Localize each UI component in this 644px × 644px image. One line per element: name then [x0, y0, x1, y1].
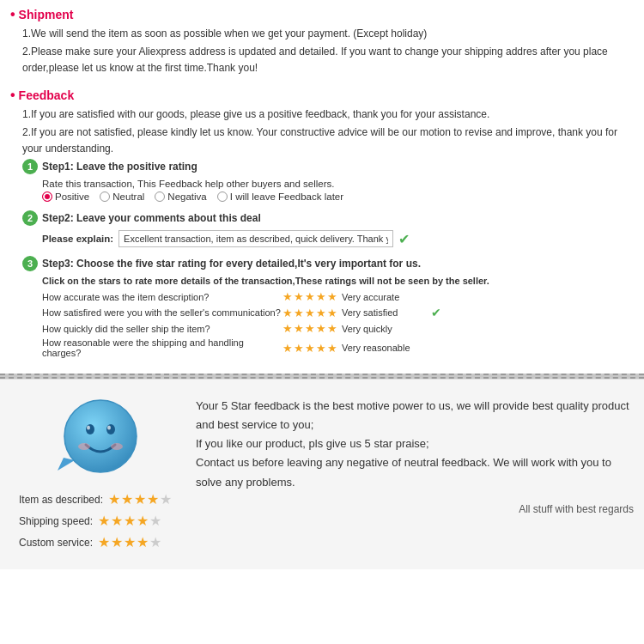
star-c2[interactable]: ★	[111, 534, 123, 550]
explain-label: Please explain:	[42, 234, 113, 244]
star-s4[interactable]: ★	[137, 513, 149, 529]
shipment-line-1: 1.We will send the item as soon as possi…	[22, 26, 634, 42]
radio-positive[interactable]: Positive	[42, 191, 89, 202]
star-1-2[interactable]: ★	[294, 307, 304, 319]
star-0-2[interactable]: ★	[294, 290, 304, 303]
radio-later-label: I will leave Feedback later	[230, 191, 343, 202]
star-c3[interactable]: ★	[124, 534, 136, 550]
star-3-1[interactable]: ★	[283, 342, 293, 355]
radio-later-circle[interactable]	[217, 191, 228, 202]
star-2-1[interactable]: ★	[283, 322, 293, 335]
rating-stars-3[interactable]: ★ ★ ★ ★ ★	[283, 342, 337, 355]
star-1-1[interactable]: ★	[283, 307, 293, 319]
step3-click-text: Click on the stars to rate more details …	[42, 276, 634, 286]
star-c4[interactable]: ★	[137, 534, 149, 550]
page-wrapper: • Shipment 1.We will send the item as so…	[0, 0, 644, 569]
radio-positive-circle[interactable]	[42, 191, 52, 202]
star-d4[interactable]: ★	[147, 491, 159, 507]
feedback-title: Feedback	[19, 88, 75, 102]
rating-question-1: How satisfired were you with the seller'…	[42, 307, 283, 318]
star-s3[interactable]: ★	[124, 513, 136, 529]
radio-neutral-label: Neutral	[112, 191, 144, 202]
rating-item-described: Item as described: ★ ★ ★ ★ ★	[19, 491, 182, 507]
step3-click-label: Click on the stars to rate more details …	[42, 276, 295, 286]
step3-click-sub: These ratings will not be seen by the se…	[295, 276, 489, 286]
check-icon: ✔	[398, 231, 410, 247]
star-3-2[interactable]: ★	[294, 342, 304, 355]
star-3-3[interactable]: ★	[305, 342, 315, 355]
shipment-content: 1.We will send the item as soon as possi…	[10, 26, 634, 77]
step3-header: 3 Step3: Choose the five star rating for…	[22, 256, 634, 271]
step1-body: Rate this transaction, This Feedback hel…	[22, 179, 634, 202]
star-s2[interactable]: ★	[111, 513, 123, 529]
rating-label-3: Very reasonable	[342, 343, 428, 353]
feedback-steps: 1 Step1: Leave the positive rating Rate …	[10, 159, 634, 358]
rating-question-2: How quickly did the seller ship the item…	[42, 324, 283, 334]
star-1-3[interactable]: ★	[305, 307, 315, 319]
rating-stars-1[interactable]: ★ ★ ★ ★ ★	[283, 307, 337, 319]
radio-negativa-label: Negativa	[167, 191, 206, 202]
rating-row-3: How reasonable were the shipping and han…	[42, 337, 634, 358]
shipment-title: Shipment	[19, 8, 74, 21]
step3-block: 3 Step3: Choose the five star rating for…	[22, 256, 634, 358]
shipment-header: • Shipment	[10, 7, 634, 22]
radio-neutral[interactable]: Neutral	[100, 191, 144, 202]
step2-body: Please explain: ✔	[22, 230, 634, 247]
star-2-2[interactable]: ★	[294, 322, 304, 335]
smiley-column: Item as described: ★ ★ ★ ★ ★ Shipping sp…	[10, 393, 182, 556]
svg-point-8	[111, 443, 123, 450]
svg-marker-0	[58, 458, 75, 471]
star-d2[interactable]: ★	[121, 491, 133, 507]
star-s1[interactable]: ★	[98, 513, 110, 529]
star-0-4[interactable]: ★	[316, 290, 326, 303]
star-3-5[interactable]: ★	[327, 342, 337, 355]
star-d3[interactable]: ★	[134, 491, 146, 507]
step1-header: 1 Step1: Leave the positive rating	[22, 159, 634, 174]
step1-circle: 1	[22, 159, 38, 174]
star-0-3[interactable]: ★	[305, 290, 315, 303]
star-d5[interactable]: ★	[160, 491, 172, 507]
star-3-4[interactable]: ★	[316, 342, 326, 355]
rating-row-0: How accurate was the item description? ★…	[42, 290, 634, 303]
rating-described-stars[interactable]: ★ ★ ★ ★ ★	[108, 491, 172, 507]
rating-items: Item as described: ★ ★ ★ ★ ★ Shipping sp…	[10, 491, 182, 556]
star-s5[interactable]: ★	[149, 513, 161, 529]
star-0-5[interactable]: ★	[327, 290, 337, 303]
star-2-5[interactable]: ★	[327, 322, 337, 335]
rating-shipping-label: Shipping speed:	[19, 515, 93, 527]
rating-label-0: Very accurate	[342, 292, 428, 302]
rating-item-shipping: Shipping speed: ★ ★ ★ ★ ★	[19, 513, 182, 529]
rating-stars-0[interactable]: ★ ★ ★ ★ ★	[283, 290, 337, 303]
step2-circle: 2	[22, 210, 38, 226]
step1-block: 1 Step1: Leave the positive rating Rate …	[22, 159, 634, 202]
explain-input[interactable]	[118, 230, 393, 247]
svg-point-3	[86, 424, 94, 434]
star-c5[interactable]: ★	[149, 534, 161, 550]
radio-negativa[interactable]: Negativa	[155, 191, 206, 202]
star-1-5[interactable]: ★	[327, 307, 337, 319]
star-2-3[interactable]: ★	[305, 322, 315, 335]
rating-shipping-stars[interactable]: ★ ★ ★ ★ ★	[98, 513, 161, 529]
star-c1[interactable]: ★	[98, 534, 110, 550]
radio-positive-label: Positive	[55, 191, 89, 202]
rating-stars-2[interactable]: ★ ★ ★ ★ ★	[283, 322, 337, 335]
feedback-line-2: 2.If you are not satisfied, please kindl…	[22, 125, 634, 157]
step3-title: Step3: Choose the five star rating for e…	[42, 258, 421, 270]
feedback-section: • Feedback 1.If you are satisfied with o…	[0, 84, 644, 374]
svg-point-2	[64, 400, 137, 472]
shipment-bullet: •	[10, 7, 15, 22]
star-2-4[interactable]: ★	[316, 322, 326, 335]
star-0-1[interactable]: ★	[283, 290, 293, 303]
rating-custom-stars[interactable]: ★ ★ ★ ★ ★	[98, 534, 161, 550]
radio-negativa-circle[interactable]	[155, 191, 165, 202]
bottom-text-0: Your 5 Star feedback is the best motive …	[196, 397, 634, 434]
shipment-section: • Shipment 1.We will send the item as so…	[0, 0, 644, 84]
star-d1[interactable]: ★	[108, 491, 120, 507]
radio-later[interactable]: I will leave Feedback later	[217, 191, 343, 202]
radio-row: Positive Neutral Negativa I will le	[42, 191, 634, 202]
bottom-section: Item as described: ★ ★ ★ ★ ★ Shipping sp…	[0, 379, 644, 569]
radio-neutral-circle[interactable]	[100, 191, 110, 202]
rate-label: Rate this transaction,	[42, 179, 135, 189]
rating-described-label: Item as described:	[19, 494, 103, 506]
star-1-4[interactable]: ★	[316, 307, 326, 319]
